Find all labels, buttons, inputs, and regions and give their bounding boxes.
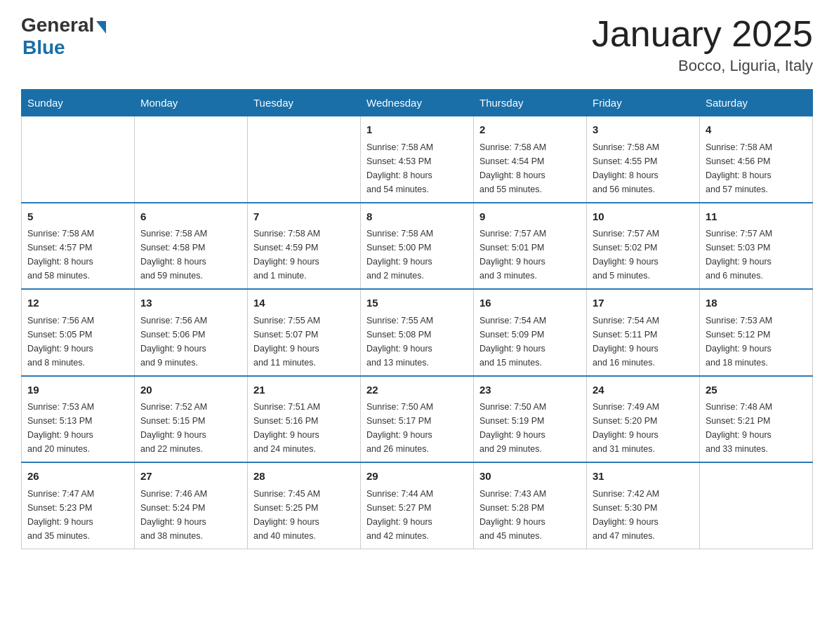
calendar-day-cell: 12Sunrise: 7:56 AM Sunset: 5:05 PM Dayli…	[22, 289, 135, 376]
calendar-day-cell: 7Sunrise: 7:58 AM Sunset: 4:59 PM Daylig…	[248, 203, 361, 290]
day-number: 10	[593, 209, 694, 225]
logo: General Blue	[21, 14, 106, 59]
day-info: Sunrise: 7:55 AM Sunset: 5:07 PM Dayligh…	[253, 314, 355, 370]
day-number: 22	[366, 382, 468, 398]
day-number: 12	[27, 295, 128, 311]
day-info: Sunrise: 7:57 AM Sunset: 5:03 PM Dayligh…	[706, 227, 807, 283]
day-info: Sunrise: 7:56 AM Sunset: 5:06 PM Dayligh…	[140, 314, 241, 370]
day-number: 18	[706, 295, 807, 311]
calendar-body: 1Sunrise: 7:58 AM Sunset: 4:53 PM Daylig…	[22, 116, 813, 549]
day-number: 15	[366, 295, 468, 311]
day-of-week-header: Sunday	[22, 90, 135, 116]
day-number: 28	[253, 469, 355, 485]
day-info: Sunrise: 7:58 AM Sunset: 5:00 PM Dayligh…	[366, 227, 468, 283]
day-of-week-header: Monday	[135, 90, 248, 116]
day-number: 6	[140, 209, 241, 225]
calendar-day-cell: 27Sunrise: 7:46 AM Sunset: 5:24 PM Dayli…	[135, 462, 248, 549]
calendar-day-cell: 28Sunrise: 7:45 AM Sunset: 5:25 PM Dayli…	[248, 462, 361, 549]
day-info: Sunrise: 7:50 AM Sunset: 5:19 PM Dayligh…	[479, 400, 581, 456]
day-number: 26	[27, 469, 128, 485]
day-info: Sunrise: 7:58 AM Sunset: 4:54 PM Dayligh…	[479, 140, 581, 196]
calendar-week-row: 19Sunrise: 7:53 AM Sunset: 5:13 PM Dayli…	[22, 376, 813, 463]
day-info: Sunrise: 7:53 AM Sunset: 5:12 PM Dayligh…	[706, 314, 807, 370]
day-number: 14	[253, 295, 355, 311]
day-info: Sunrise: 7:55 AM Sunset: 5:08 PM Dayligh…	[366, 314, 468, 370]
day-number: 29	[366, 469, 468, 485]
calendar-table: SundayMondayTuesdayWednesdayThursdayFrid…	[21, 89, 813, 549]
logo-arrow-icon	[96, 21, 106, 34]
calendar-header: SundayMondayTuesdayWednesdayThursdayFrid…	[22, 90, 813, 116]
day-number: 16	[479, 295, 581, 311]
page-header: General Blue January 2025 Bocco, Liguria…	[21, 14, 813, 75]
day-info: Sunrise: 7:58 AM Sunset: 4:53 PM Dayligh…	[366, 140, 468, 196]
calendar-day-cell: 11Sunrise: 7:57 AM Sunset: 5:03 PM Dayli…	[700, 203, 813, 290]
day-of-week-header: Friday	[587, 90, 700, 116]
day-number: 31	[593, 469, 694, 485]
calendar-day-cell	[700, 462, 813, 549]
calendar-day-cell: 5Sunrise: 7:58 AM Sunset: 4:57 PM Daylig…	[22, 203, 135, 290]
calendar-day-cell: 24Sunrise: 7:49 AM Sunset: 5:20 PM Dayli…	[587, 376, 700, 463]
days-of-week-row: SundayMondayTuesdayWednesdayThursdayFrid…	[22, 90, 813, 116]
calendar-day-cell: 8Sunrise: 7:58 AM Sunset: 5:00 PM Daylig…	[361, 203, 474, 290]
day-info: Sunrise: 7:52 AM Sunset: 5:15 PM Dayligh…	[140, 400, 241, 456]
day-info: Sunrise: 7:47 AM Sunset: 5:23 PM Dayligh…	[27, 487, 128, 543]
calendar-day-cell: 1Sunrise: 7:58 AM Sunset: 4:53 PM Daylig…	[361, 116, 474, 203]
calendar-subtitle: Bocco, Liguria, Italy	[592, 57, 813, 75]
day-info: Sunrise: 7:49 AM Sunset: 5:20 PM Dayligh…	[593, 400, 694, 456]
day-info: Sunrise: 7:48 AM Sunset: 5:21 PM Dayligh…	[706, 400, 807, 456]
day-number: 24	[593, 382, 694, 398]
calendar-day-cell: 26Sunrise: 7:47 AM Sunset: 5:23 PM Dayli…	[22, 462, 135, 549]
calendar-day-cell: 2Sunrise: 7:58 AM Sunset: 4:54 PM Daylig…	[474, 116, 587, 203]
day-info: Sunrise: 7:58 AM Sunset: 4:57 PM Dayligh…	[27, 227, 128, 283]
day-number: 11	[706, 209, 807, 225]
day-number: 13	[140, 295, 241, 311]
calendar-day-cell: 19Sunrise: 7:53 AM Sunset: 5:13 PM Dayli…	[22, 376, 135, 463]
calendar-day-cell: 18Sunrise: 7:53 AM Sunset: 5:12 PM Dayli…	[700, 289, 813, 376]
logo-blue-text: Blue	[22, 36, 65, 59]
day-info: Sunrise: 7:54 AM Sunset: 5:11 PM Dayligh…	[593, 314, 694, 370]
day-number: 8	[366, 209, 468, 225]
logo-general-text: General	[21, 14, 94, 36]
calendar-title: January 2025	[592, 14, 813, 54]
day-number: 5	[27, 209, 128, 225]
day-number: 19	[27, 382, 128, 398]
calendar-day-cell: 6Sunrise: 7:58 AM Sunset: 4:58 PM Daylig…	[135, 203, 248, 290]
day-number: 30	[479, 469, 581, 485]
day-number: 20	[140, 382, 241, 398]
calendar-day-cell: 10Sunrise: 7:57 AM Sunset: 5:02 PM Dayli…	[587, 203, 700, 290]
day-number: 4	[706, 122, 807, 138]
day-info: Sunrise: 7:51 AM Sunset: 5:16 PM Dayligh…	[253, 400, 355, 456]
day-info: Sunrise: 7:44 AM Sunset: 5:27 PM Dayligh…	[366, 487, 468, 543]
day-info: Sunrise: 7:58 AM Sunset: 4:55 PM Dayligh…	[593, 140, 694, 196]
calendar-day-cell	[135, 116, 248, 203]
calendar-week-row: 5Sunrise: 7:58 AM Sunset: 4:57 PM Daylig…	[22, 203, 813, 290]
day-number: 21	[253, 382, 355, 398]
calendar-day-cell: 25Sunrise: 7:48 AM Sunset: 5:21 PM Dayli…	[700, 376, 813, 463]
calendar-day-cell: 20Sunrise: 7:52 AM Sunset: 5:15 PM Dayli…	[135, 376, 248, 463]
calendar-day-cell: 22Sunrise: 7:50 AM Sunset: 5:17 PM Dayli…	[361, 376, 474, 463]
day-info: Sunrise: 7:43 AM Sunset: 5:28 PM Dayligh…	[479, 487, 581, 543]
day-info: Sunrise: 7:45 AM Sunset: 5:25 PM Dayligh…	[253, 487, 355, 543]
day-number: 9	[479, 209, 581, 225]
day-info: Sunrise: 7:54 AM Sunset: 5:09 PM Dayligh…	[479, 314, 581, 370]
calendar-day-cell	[248, 116, 361, 203]
calendar-day-cell: 15Sunrise: 7:55 AM Sunset: 5:08 PM Dayli…	[361, 289, 474, 376]
calendar-week-row: 1Sunrise: 7:58 AM Sunset: 4:53 PM Daylig…	[22, 116, 813, 203]
day-info: Sunrise: 7:57 AM Sunset: 5:02 PM Dayligh…	[593, 227, 694, 283]
day-of-week-header: Saturday	[700, 90, 813, 116]
day-number: 7	[253, 209, 355, 225]
day-of-week-header: Wednesday	[361, 90, 474, 116]
title-section: January 2025 Bocco, Liguria, Italy	[592, 14, 813, 75]
day-number: 23	[479, 382, 581, 398]
calendar-day-cell: 13Sunrise: 7:56 AM Sunset: 5:06 PM Dayli…	[135, 289, 248, 376]
calendar-day-cell: 17Sunrise: 7:54 AM Sunset: 5:11 PM Dayli…	[587, 289, 700, 376]
day-info: Sunrise: 7:50 AM Sunset: 5:17 PM Dayligh…	[366, 400, 468, 456]
day-number: 25	[706, 382, 807, 398]
calendar-day-cell: 21Sunrise: 7:51 AM Sunset: 5:16 PM Dayli…	[248, 376, 361, 463]
calendar-day-cell: 23Sunrise: 7:50 AM Sunset: 5:19 PM Dayli…	[474, 376, 587, 463]
calendar-day-cell: 4Sunrise: 7:58 AM Sunset: 4:56 PM Daylig…	[700, 116, 813, 203]
calendar-day-cell: 16Sunrise: 7:54 AM Sunset: 5:09 PM Dayli…	[474, 289, 587, 376]
calendar-day-cell: 30Sunrise: 7:43 AM Sunset: 5:28 PM Dayli…	[474, 462, 587, 549]
calendar-week-row: 12Sunrise: 7:56 AM Sunset: 5:05 PM Dayli…	[22, 289, 813, 376]
day-info: Sunrise: 7:58 AM Sunset: 4:59 PM Dayligh…	[253, 227, 355, 283]
